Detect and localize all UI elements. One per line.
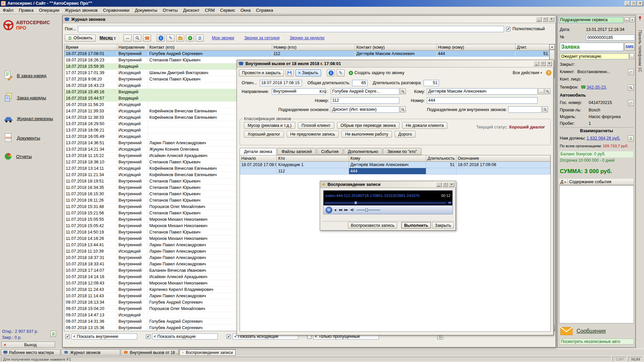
expand-columns-button[interactable]: ↔: [123, 35, 132, 42]
menu-item[interactable]: Справка: [253, 7, 276, 13]
refresh-sums-button[interactable]: [50, 331, 56, 337]
owed-refresh-button[interactable]: [628, 136, 634, 142]
pause-button[interactable]: [326, 207, 332, 213]
menu-item[interactable]: Документы: [132, 7, 160, 13]
volume-slider[interactable]: [357, 208, 380, 212]
search-input[interactable]: [78, 26, 504, 32]
who-search-button[interactable]: [400, 88, 406, 94]
playback-close-button[interactable]: Закрыть: [432, 222, 454, 228]
journal-column-header[interactable]: Контакт (кто): [148, 44, 272, 51]
menu-item[interactable]: Операции: [36, 7, 62, 13]
call-maximize-button[interactable]: □: [540, 61, 546, 66]
play-record-button[interactable]: Воспроизвести запись: [348, 222, 397, 228]
save-button[interactable]: [286, 69, 294, 76]
journal-close-button[interactable]: ×: [549, 17, 554, 22]
classification-button[interactable]: Плохой клиент: [298, 122, 334, 129]
edit-call-button[interactable]: ✎: [166, 35, 175, 42]
owed-value[interactable]: 1 632 064,26 руб.: [587, 136, 620, 141]
direction-field[interactable]: Внутренний: [272, 88, 326, 95]
whom-number-field[interactable]: 444: [427, 97, 538, 104]
details-column-header[interactable]: Начало: [240, 155, 277, 162]
messages-row[interactable]: Сообщения: [560, 327, 606, 335]
menu-item[interactable]: Сервис: [217, 7, 238, 13]
month-filter-button[interactable]: Месяц▾: [97, 35, 118, 42]
status-field[interactable]: Ожидает утилизацию: [560, 53, 629, 59]
sidebar-item-reports[interactable]: Отчеты: [3, 152, 32, 161]
app-maximize-button[interactable]: □: [631, 1, 637, 6]
menu-item[interactable]: Дисконт: [181, 7, 202, 13]
filter-checkbox[interactable]: ✓: [227, 334, 231, 339]
menu-item[interactable]: Правка: [16, 7, 36, 13]
client-value[interactable]: Восстановленн...: [577, 69, 610, 74]
stop-button[interactable]: ■: [335, 208, 336, 212]
player-close-button[interactable]: ×: [449, 182, 454, 187]
service-division-field[interactable]: Подразделение сервиса: [559, 17, 624, 23]
journal-link[interactable]: Звонки за неделю: [290, 36, 325, 40]
execute-button[interactable]: Выполнить: [401, 222, 431, 228]
task-playback[interactable]: Воспроизведение записи: [179, 349, 236, 356]
calendar-button[interactable]: [176, 35, 184, 42]
dept-internal-search-button[interactable]: [542, 106, 548, 112]
number-field[interactable]: 00000000185: [586, 35, 635, 41]
find-button[interactable]: [133, 35, 141, 42]
reload-button[interactable]: [196, 35, 204, 42]
menu-item[interactable]: Журнал звонков: [62, 7, 100, 13]
tab-1[interactable]: Детали звонка: [240, 148, 277, 155]
dept-internal-field[interactable]: [508, 106, 542, 113]
classification-button[interactable]: Хороший диалог: [244, 131, 284, 138]
classification-button[interactable]: Дорого: [395, 131, 416, 138]
seek-bar[interactable]: ▶▶: [324, 201, 452, 205]
classification-button[interactable]: Не предложили запись: [287, 131, 339, 138]
prev-button[interactable]: ◀◀: [338, 208, 342, 211]
menu-item[interactable]: CRM: [202, 7, 217, 13]
history-button[interactable]: i: [327, 69, 335, 76]
answered-field[interactable]: 18.07.2018 17:08:15: [260, 80, 302, 86]
panel-close-button[interactable]: ×: [630, 17, 635, 22]
journal-minimize-button[interactable]: _: [536, 17, 542, 22]
sms-button[interactable]: SMS: [625, 43, 635, 51]
details-column-header[interactable]: Окончание: [456, 155, 550, 162]
seek-thumb[interactable]: [354, 201, 357, 204]
journal-column-header[interactable]: Номер (кто): [272, 44, 355, 51]
journal-link[interactable]: Мои звонки: [212, 36, 234, 40]
journal-row[interactable]: 18.07.2018 17:08:01ВнутреннийГолубев Анд…: [64, 51, 550, 57]
client-attach-button[interactable]: [628, 69, 634, 75]
call-button[interactable]: ☎: [143, 35, 151, 42]
details-row[interactable]: 112444: [240, 168, 550, 174]
player-maximize-button[interactable]: □: [442, 182, 448, 187]
events-col-content[interactable]: Содержание события: [568, 179, 634, 185]
total-duration-field[interactable]: 65: [352, 80, 367, 86]
mute-button[interactable]: [350, 208, 354, 212]
tab-5[interactable]: Звонки по "кто": [383, 148, 421, 155]
filter-checkbox[interactable]: ✓: [146, 334, 150, 339]
events-list[interactable]: [559, 185, 634, 323]
filter-field[interactable]: < Показать внутренние: [71, 333, 137, 340]
phone-search-button[interactable]: [628, 85, 634, 91]
details-row[interactable]: 18.07.2018 17:08:01Кладовщик 1Дегтярёв М…: [240, 162, 550, 168]
sidebar-item-repair-zone[interactable]: Журнал ремзоны: [3, 113, 53, 123]
create-task-button[interactable]: +Создать задачу по звонку: [346, 69, 407, 76]
filter-checkbox[interactable]: ✓: [65, 334, 70, 339]
post-and-close-button[interactable]: Провести и закрыть: [239, 69, 284, 76]
classification-button[interactable]: Не дожали клиента: [402, 122, 447, 129]
next-button[interactable]: ▶▶: [344, 208, 348, 211]
sidebar-item-orders[interactable]: Заказ-наряды: [3, 93, 46, 103]
task-master-workplace[interactable]: Рабочее место мастера: [1, 349, 60, 356]
app-minimize-button[interactable]: _: [625, 1, 630, 6]
journal-column-header[interactable]: Длит.: [515, 44, 550, 51]
classification-button[interactable]: Мусор (реклама и т.д.): [244, 122, 295, 129]
menu-item[interactable]: Справочники: [100, 7, 132, 13]
classification-button[interactable]: Обрыв при переводе звонка: [337, 122, 399, 129]
pin-icon[interactable]: [636, 14, 644, 21]
messages-link[interactable]: Сообщения: [577, 328, 606, 334]
fulltext-checkbox[interactable]: ✓: [506, 27, 510, 31]
who-number-field[interactable]: 112: [331, 97, 399, 104]
player-minimize-button[interactable]: _: [436, 182, 442, 187]
app-close-button[interactable]: ×: [637, 1, 643, 6]
journal-column-header[interactable]: Время: [64, 44, 117, 51]
refresh-button[interactable]: Обновить: [65, 35, 96, 42]
all-actions-button[interactable]: Все действия▾: [510, 69, 544, 76]
sidebar-item-to-order[interactable]: В заказ-наряд: [3, 70, 46, 81]
task-call-journal[interactable]: ☎ Журнал звонков: [61, 349, 120, 356]
journal-column-header[interactable]: Контакт (кому): [355, 44, 437, 51]
